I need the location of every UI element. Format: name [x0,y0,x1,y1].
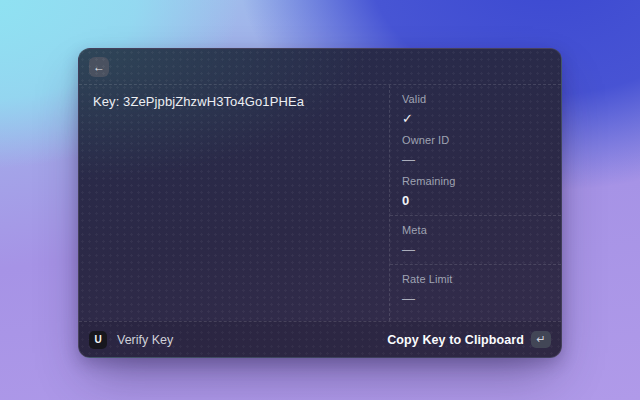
remaining-label: Remaining [402,176,549,187]
meta-label: Meta [402,225,549,236]
details-section-meta: Meta — [390,215,561,264]
meta-value: — [402,243,549,256]
key-display-area: Key: 3ZePjpbjZhzwH3To4Go1PHEa [79,85,389,321]
remaining-value: 0 [402,194,549,207]
rate-limit-value: — [402,292,549,305]
field-valid: Valid ✓ [402,94,549,125]
card-body: Key: 3ZePjpbjZhzwH3To4Go1PHEa Valid ✓ Ow… [79,85,561,321]
unkey-logo-icon: U [89,331,107,349]
card-header: ← [79,49,561,85]
back-button[interactable]: ← [89,57,109,77]
verify-key-label: Verify Key [117,333,173,347]
valid-label: Valid [402,94,549,105]
field-rate-limit: Rate Limit — [402,274,549,305]
footer-bar: U Verify Key Copy Key to Clipboard ↵ [79,321,561,357]
copy-key-label: Copy Key to Clipboard [387,333,524,347]
owner-id-value: — [402,153,549,166]
key-verification-card: ← Key: 3ZePjpbjZhzwH3To4Go1PHEa Valid ✓ … [78,48,562,358]
key-value: Key: 3ZePjpbjZhzwH3To4Go1PHEa [93,94,375,109]
details-section-rate-limit: Rate Limit — [390,264,561,321]
field-meta: Meta — [402,225,549,256]
back-arrow-icon: ← [93,60,105,74]
details-panel: Valid ✓ Owner ID — Remaining 0 Meta — [389,85,561,321]
copy-key-button[interactable]: Copy Key to Clipboard ↵ [385,327,553,352]
valid-check-icon: ✓ [402,112,549,125]
field-owner-id: Owner ID — [402,135,549,166]
field-remaining: Remaining 0 [402,176,549,207]
rate-limit-label: Rate Limit [402,274,549,285]
owner-id-label: Owner ID [402,135,549,146]
details-section-status: Valid ✓ Owner ID — Remaining 0 [390,85,561,215]
enter-key-icon: ↵ [531,331,551,348]
